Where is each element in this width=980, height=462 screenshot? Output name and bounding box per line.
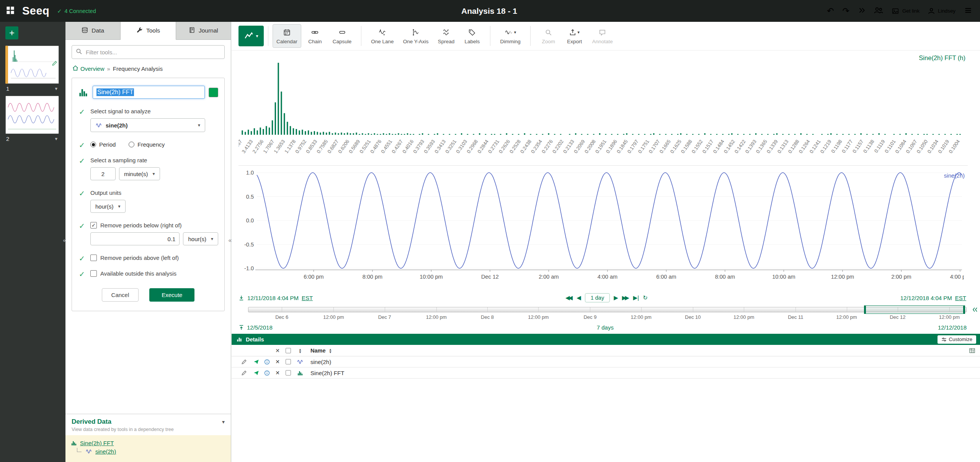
name-column-header[interactable]: Name xyxy=(310,348,326,354)
display-type-selector-button[interactable]: ▾ xyxy=(238,26,264,46)
item-name[interactable]: sine(2h) xyxy=(310,359,331,365)
period-radio[interactable]: Period xyxy=(90,141,116,148)
table-edit-icon[interactable] xyxy=(969,348,975,354)
remove-above-checkbox[interactable]: Remove periods above (left of) xyxy=(90,255,218,261)
sine-series-label[interactable]: sine(2h) xyxy=(944,172,965,179)
connection-status[interactable]: ✓4 Connected xyxy=(57,8,96,14)
collapse-worksheet-strip-button[interactable]: « xyxy=(61,233,68,247)
step-check-icon: ✓ xyxy=(79,108,85,116)
tool-name-input[interactable]: Sine(2h) FFT xyxy=(93,86,205,99)
remove-below-checkbox[interactable]: ✓Remove periods below (right of) xyxy=(90,222,218,229)
toolbar-capsule-button[interactable]: Capsule xyxy=(329,24,356,48)
collapse-tools-panel-button[interactable]: « xyxy=(227,233,234,247)
item-name[interactable]: Sine(2h) FFT xyxy=(310,370,344,376)
color-swatch-button[interactable] xyxy=(209,88,218,97)
edit-item-icon[interactable] xyxy=(237,370,251,376)
tab-journal[interactable]: Journal xyxy=(176,22,231,39)
timeline-tick-label: Dec 9 xyxy=(583,314,596,320)
worksheet-2[interactable]: 2▾ xyxy=(0,96,65,146)
toolbar-spread-button[interactable]: Spread xyxy=(434,24,458,48)
worksheet-thumbnail[interactable] xyxy=(5,46,59,84)
app-grid-button[interactable] xyxy=(6,6,15,16)
worksheet-thumbnail[interactable] xyxy=(5,96,59,134)
new-worksheet-button[interactable]: + xyxy=(5,26,18,39)
worksheet-1[interactable]: 1▾ xyxy=(0,46,65,96)
edit-item-icon[interactable] xyxy=(237,359,251,365)
toolbar-one-lane-button[interactable]: One Lane xyxy=(367,24,397,48)
sine-line-chart[interactable]: 1.00.50.0-0.5-1.06:00 pm8:00 pm10:00 pmD… xyxy=(238,167,964,281)
remove-all-column-icon[interactable]: ✕ xyxy=(272,348,283,354)
toolbar-dimming-button[interactable]: ▾Dimming xyxy=(496,24,524,48)
timeline-selection[interactable] xyxy=(864,305,965,314)
filter-tools-input[interactable] xyxy=(86,49,220,56)
timeline-tick-label: 12:00 pm xyxy=(426,314,447,320)
step-forward-fast-button[interactable]: ▶▶ xyxy=(622,294,629,301)
svg-text:-1.0: -1.0 xyxy=(244,265,254,271)
timeline-tickmark xyxy=(795,307,796,312)
derived-data-item[interactable]: sine(2h) xyxy=(75,447,225,456)
step-to-end-button[interactable]: ▶| xyxy=(633,294,639,301)
edit-worksheet-pencil-icon[interactable] xyxy=(52,60,57,66)
item-checkbox[interactable] xyxy=(283,359,294,364)
worksheet-menu-chevron-icon[interactable]: ▾ xyxy=(55,136,57,142)
sampling-units-dropdown[interactable]: minute(s)▾ xyxy=(119,167,160,180)
tab-tools[interactable]: Tools xyxy=(121,22,176,40)
item-info-icon[interactable] xyxy=(261,370,272,376)
send-item-icon[interactable] xyxy=(251,359,261,365)
remove-item-icon[interactable]: ✕ xyxy=(272,370,283,376)
toolbar-chain-button[interactable]: Chain xyxy=(303,24,327,48)
duration-button[interactable]: 1 day xyxy=(585,293,610,302)
hamburger-menu-icon[interactable] xyxy=(964,7,972,15)
step-back-button[interactable]: ◀ xyxy=(577,294,581,301)
users-icon[interactable] xyxy=(874,7,883,15)
collapse-range-icon[interactable] xyxy=(972,307,978,313)
get-link-button[interactable]: Get link xyxy=(892,8,920,15)
filter-tools-searchbox[interactable] xyxy=(72,45,225,59)
worksheet-menu-chevron-icon[interactable]: ▾ xyxy=(55,86,57,91)
redo-button[interactable]: ↷ xyxy=(842,7,849,15)
remove-item-icon[interactable]: ✕ xyxy=(272,359,283,365)
select-all-checkbox[interactable] xyxy=(283,348,294,353)
auto-update-button[interactable]: ↻ xyxy=(643,294,648,301)
timeline-bar[interactable] xyxy=(248,307,967,312)
investigate-duration[interactable]: 7 days xyxy=(597,324,614,331)
tab-data[interactable]: Data xyxy=(65,22,121,39)
investigate-start[interactable]: 12/5/2018 xyxy=(238,324,273,331)
item-info-icon[interactable] xyxy=(261,359,272,365)
available-outside-checkbox[interactable]: Available outside this analysis xyxy=(90,270,218,277)
send-item-icon[interactable] xyxy=(251,370,261,376)
cancel-button[interactable]: Cancel xyxy=(102,288,139,302)
toolbar-one-y-axis-button[interactable]: One Y-Axis xyxy=(399,24,433,48)
sort-by-type-control[interactable]: ▴▾ xyxy=(294,348,307,353)
toolbar-labels-button[interactable]: Labels xyxy=(460,24,484,48)
step-back-full-button[interactable]: ◀◀ xyxy=(565,294,573,301)
collapse-derived-chevron[interactable]: ▾ xyxy=(222,419,225,425)
below-threshold-input[interactable] xyxy=(90,232,180,245)
toolbar-export-button[interactable]: ▾Export xyxy=(562,24,587,48)
sampling-rate-input[interactable] xyxy=(90,167,116,180)
undo-button[interactable]: ↶ xyxy=(827,7,834,15)
customize-button[interactable]: Customize xyxy=(938,335,976,344)
derived-item-link[interactable]: Sine(2h) FFT xyxy=(80,440,114,446)
fft-bar-chart[interactable]: 6.82673.41332.27561.70671.36531.13780.97… xyxy=(238,60,964,165)
investigate-end[interactable]: 12/12/2018 xyxy=(938,324,967,331)
present-mode-icon[interactable] xyxy=(858,7,866,15)
timeline-tickmark xyxy=(847,307,847,312)
display-range-start[interactable]: 12/11/2018 4:04 PMEST xyxy=(238,295,313,301)
item-checkbox[interactable] xyxy=(283,370,294,375)
step-forward-button[interactable]: ▶ xyxy=(614,294,618,301)
seeq-logo[interactable]: Seeq xyxy=(22,5,49,17)
frequency-radio[interactable]: Frequency xyxy=(129,141,165,148)
execute-button[interactable]: Execute xyxy=(149,288,194,302)
user-menu-button[interactable]: Lindsey xyxy=(928,8,956,15)
derived-item-link[interactable]: sine(2h) xyxy=(95,448,116,455)
output-units-dropdown[interactable]: hour(s)▾ xyxy=(90,200,126,213)
toolbar-calendar-button[interactable]: Calendar xyxy=(273,24,301,48)
investigate-timeline[interactable]: Dec 612:00 pmDec 712:00 pmDec 812:00 pmD… xyxy=(248,305,967,322)
signal-select-dropdown[interactable]: sine(2h) ▾ xyxy=(90,118,205,132)
below-units-dropdown[interactable]: hour(s)▾ xyxy=(183,232,218,245)
display-range-end[interactable]: 12/12/2018 4:04 PMEST xyxy=(900,295,966,301)
home-link[interactable]: Overview xyxy=(72,65,105,72)
derived-data-item[interactable]: Sine(2h) FFT xyxy=(71,439,225,447)
sort-by-name-control[interactable]: ▴▾ xyxy=(330,348,332,353)
